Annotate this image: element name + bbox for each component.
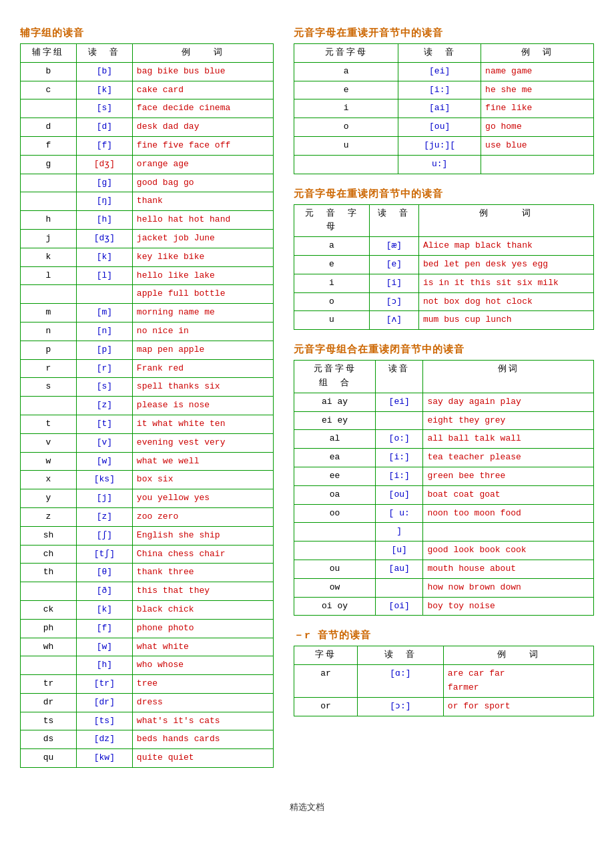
table-row: d[d]desk dad day [21,118,274,137]
consonant-phonetic: [z] [76,397,132,415]
consonant-char: dr [21,693,77,712]
left-column: 辅字组的读音 辅字组 读 音 例 词 b[b]bag bike bus blue… [20,27,274,781]
table-row: [ð]this that they [21,582,274,601]
t2-col3: 例 词 [418,204,593,237]
t1-col1: 元音字母 [294,44,398,63]
consonant-phonetic: [tr] [76,675,132,694]
consonant-char: y [21,489,77,508]
consonant-example: face decide cinema [132,99,273,118]
consonant-phonetic: [ʃ] [76,526,132,545]
consonant-example: cake card [132,81,273,99]
table-row: c[k]cake card [21,81,274,99]
t1-col2: 读 音 [398,44,481,63]
left-table-title: 辅字组的读音 [20,27,274,39]
consonant-phonetic: [v] [76,433,132,452]
consonant-phonetic [76,285,132,304]
vowel-example: name game [481,62,594,81]
vowel-phonetic: [ɔ] [369,292,418,311]
table-row: th[θ]thank three [21,564,274,582]
consonant-phonetic: [k] [76,81,132,99]
consonant-char [21,397,77,415]
t2-col2: 读 音 [369,204,418,237]
table-row: [h]who whose [21,656,274,675]
consonant-example: China chess chair [132,545,273,564]
consonant-example: Frank red [132,359,273,378]
table-row: n[n]no nice in [21,322,274,341]
consonant-phonetic: [ŋ] [76,192,132,211]
consonant-example: box six [132,471,273,489]
consonant-char: p [21,341,77,359]
table-row: l[l]hello like lake [21,266,274,285]
table-row: ck[k]black chick [21,600,274,619]
vowel-char: i [294,99,398,118]
vowel-example: bed let pen desk yes egg [418,255,593,274]
table-row: ar [ɑ:] are car farfarmer [294,665,594,698]
table-row: p[p]map pen apple [21,341,274,359]
consonant-phonetic: [k] [76,248,132,266]
consonant-phonetic: [l] [76,266,132,285]
t3-col3: 例词 [423,361,594,393]
consonant-phonetic: [w] [76,638,132,656]
table-row: g[dʒ]orange age [21,155,274,174]
consonant-phonetic: [dʒ] [76,229,132,248]
consonant-char: s [21,378,77,397]
right-table4-title: －r 音节的读音 [294,629,594,642]
table-row: ch[tʃ]China chess chair [21,545,274,564]
consonant-phonetic: [f] [76,619,132,638]
consonant-phonetic: [dr] [76,693,132,712]
table-row: [z]please is nose [21,397,274,415]
consonant-example: no nice in [132,322,273,341]
consonant-example: hello hat hot hand [132,211,273,230]
consonant-example: hello like lake [132,266,273,285]
right-table3-title: 元音字母组合在重读闭音节中的读音 [294,343,594,356]
consonant-phonetic: [θ] [76,564,132,582]
table-row: x[ks]box six [21,471,274,489]
consonant-phonetic: [s] [76,378,132,397]
table-row: ai ay [ei] say day again play [294,393,594,411]
table-row: or [ɔ:] or for sport [294,697,594,716]
consonant-phonetic: [r] [76,359,132,378]
table-row: i [ai] fine like [294,99,594,118]
vowel-char: i [294,274,370,292]
vowel-phonetic: [æ] [369,237,418,256]
table-row: u [ju:][ use blue [294,136,594,155]
consonant-char: k [21,248,77,266]
consonant-char: t [21,415,77,433]
consonant-char: h [21,211,77,230]
vowel-char: e [294,255,370,274]
consonant-char: d [21,118,77,137]
table-row: oo [ u: noon too moon food [294,504,594,523]
table-row: [u] good look book cook [294,541,594,560]
col-header-phonetic: 读 音 [76,44,132,63]
consonant-phonetic: [m] [76,304,132,322]
consonant-phonetic: [ts] [76,712,132,730]
table-row: t[t]it what white ten [21,415,274,433]
table-row: sh[ʃ]English she ship [21,526,274,545]
consonant-example: black chick [132,600,273,619]
table-row: a [æ] Alice map black thank [294,237,594,256]
t3-col2: 读音 [376,361,423,393]
r-syllable-table: 字母 读 音 例 词 ar [ɑ:] are car farfarmer or … [294,646,594,716]
vowel-char: a [294,62,398,81]
consonant-char: r [21,359,77,378]
vowel-example: use blue [481,136,594,155]
consonant-example: it what white ten [132,415,273,433]
table-row: i [i] is in it this sit six milk [294,274,594,292]
consonant-char: v [21,433,77,452]
table-row: m[m]morning name me [21,304,274,322]
consonant-example: desk dad day [132,118,273,137]
t4-col1: 字母 [294,646,358,665]
consonant-phonetic: [j] [76,489,132,508]
right-table2-title: 元音字母在重读闭音节中的读音 [294,188,594,200]
consonant-char: ds [21,730,77,749]
consonant-example: evening vest very [132,433,273,452]
table-row: e [e] bed let pen desk yes egg [294,255,594,274]
consonant-char: qu [21,749,77,768]
t3-col1: 元音字母组 合 [294,361,376,393]
consonant-example: key like bike [132,248,273,266]
consonant-example: dress [132,693,273,712]
consonant-phonetic: [g] [76,174,132,192]
table-row: ee [i:] green bee three [294,467,594,485]
consonant-char: n [21,322,77,341]
consonant-example: thank [132,192,273,211]
